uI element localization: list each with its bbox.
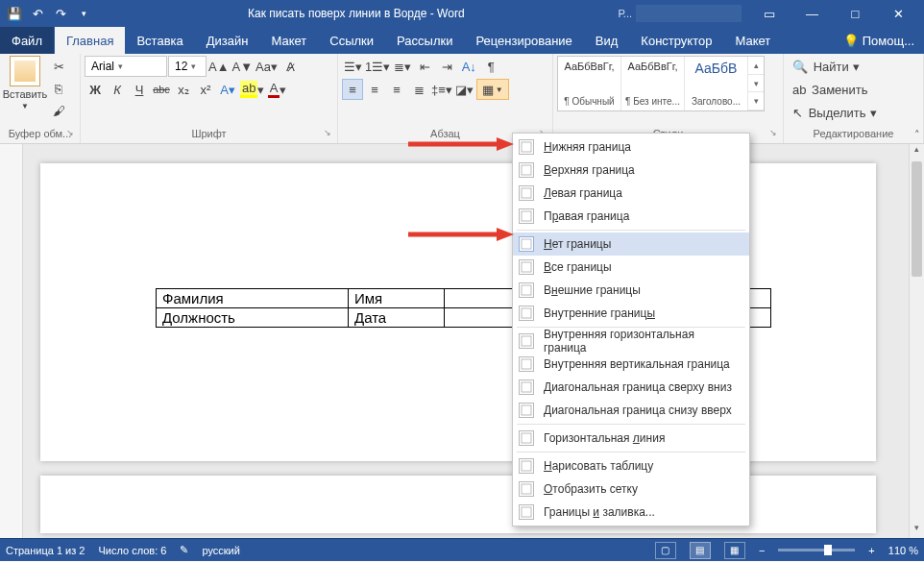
proofing-icon[interactable]: ✎ bbox=[180, 544, 188, 556]
menu-item[interactable]: Левая граница bbox=[513, 182, 749, 205]
undo-button[interactable]: ↶ bbox=[27, 3, 48, 24]
style-normal[interactable]: АаБбВвГг, ¶ Обычный bbox=[558, 57, 621, 110]
zoom-out-button[interactable]: − bbox=[759, 545, 765, 556]
menu-item[interactable]: Внутренние границы bbox=[513, 302, 749, 325]
maximize-button[interactable]: □ bbox=[834, 0, 877, 27]
status-words[interactable]: Число слов: 6 bbox=[98, 545, 166, 556]
menu-item[interactable]: Верхняя граница bbox=[513, 159, 749, 182]
style-heading1[interactable]: АаБбВ Заголово... bbox=[685, 57, 748, 110]
table-cell[interactable]: Должность bbox=[157, 308, 349, 328]
redo-button[interactable]: ↷ bbox=[50, 3, 71, 24]
paste-button[interactable]: Вставить ▼ bbox=[4, 56, 46, 110]
tab-view[interactable]: Вид bbox=[584, 27, 630, 54]
superscript-button[interactable]: x² bbox=[195, 79, 216, 100]
menu-item[interactable]: Диагональная граница снизу вверх bbox=[513, 399, 749, 422]
tab-insert[interactable]: Вставка bbox=[125, 27, 194, 54]
table-cell[interactable]: Фамилия bbox=[157, 289, 349, 308]
change-case-button[interactable]: Aa▾ bbox=[255, 56, 279, 77]
menu-item[interactable]: Внутренняя горизонтальная граница bbox=[513, 330, 749, 353]
tab-file[interactable]: Файл bbox=[0, 27, 54, 54]
bold-button[interactable]: Ж bbox=[85, 79, 106, 100]
page-2[interactable] bbox=[40, 476, 876, 533]
zoom-slider-handle[interactable] bbox=[824, 545, 832, 555]
scroll-down-button[interactable]: ▾ bbox=[910, 523, 924, 538]
collapse-ribbon-button[interactable]: ˄ bbox=[914, 129, 920, 141]
font-name-combo[interactable]: Arial▾ bbox=[85, 56, 167, 77]
zoom-slider[interactable] bbox=[778, 549, 855, 551]
scroll-thumb[interactable] bbox=[912, 161, 922, 277]
tab-table-design[interactable]: Конструктор bbox=[629, 27, 723, 54]
scroll-up-button[interactable]: ▴ bbox=[910, 144, 924, 159]
menu-item[interactable]: Отобразить сетку bbox=[513, 477, 749, 501]
align-right-button[interactable]: ≡ bbox=[386, 79, 407, 100]
qat-more-button[interactable]: ▾ bbox=[73, 3, 94, 24]
styles-gallery[interactable]: АаБбВвГг, ¶ Обычный АаБбВвГг, ¶ Без инте… bbox=[557, 56, 765, 111]
dialog-launcher-icon[interactable]: ↘ bbox=[769, 128, 777, 137]
tab-home[interactable]: Главная bbox=[55, 27, 125, 54]
menu-item[interactable]: Внешние границы bbox=[513, 279, 749, 302]
cut-button[interactable]: ✂ bbox=[48, 56, 69, 77]
show-marks-button[interactable]: ¶ bbox=[480, 56, 501, 77]
find-button[interactable]: 🔍 Найти ▾ bbox=[788, 56, 864, 77]
style-nospacing[interactable]: АаБбВвГг, ¶ Без инте... bbox=[621, 57, 685, 110]
text-effects-button[interactable]: A▾ bbox=[217, 79, 238, 100]
line-spacing-button[interactable]: ‡≡▾ bbox=[430, 79, 453, 100]
menu-item[interactable]: Горизонтальная линия bbox=[513, 427, 749, 450]
sort-button[interactable]: A↓ bbox=[458, 56, 479, 77]
styles-gallery-more[interactable]: ▴▾▾ bbox=[748, 57, 764, 110]
justify-button[interactable]: ≣ bbox=[408, 79, 429, 100]
numbering-button[interactable]: 1☰▾ bbox=[364, 56, 391, 77]
underline-button[interactable]: Ч bbox=[129, 79, 150, 100]
replace-button[interactable]: ab Заменить bbox=[788, 79, 873, 100]
multilevel-list-button[interactable]: ≣▾ bbox=[392, 56, 413, 77]
bullets-button[interactable]: ☰▾ bbox=[342, 56, 363, 77]
grow-font-button[interactable]: A▲ bbox=[207, 56, 231, 77]
tab-layout[interactable]: Макет bbox=[259, 27, 318, 54]
tab-design[interactable]: Дизайн bbox=[195, 27, 260, 54]
menu-item[interactable]: Нарисовать таблицу bbox=[513, 454, 749, 477]
strikethrough-button[interactable]: abc bbox=[151, 79, 172, 100]
ribbon-options-button[interactable]: ▭ bbox=[747, 0, 790, 27]
account-box[interactable] bbox=[636, 5, 742, 22]
tell-me[interactable]: 💡Помощ... bbox=[834, 27, 924, 54]
menu-item[interactable]: Нет границы bbox=[513, 233, 749, 256]
borders-split-button[interactable]: ▦▼ bbox=[476, 79, 509, 100]
vertical-scrollbar[interactable]: ▴ ▾ bbox=[909, 144, 924, 538]
view-print-button[interactable]: ▤ bbox=[690, 542, 711, 559]
page-1[interactable]: Фамилия Имя Должность Дата bbox=[40, 163, 876, 461]
view-web-button[interactable]: ▦ bbox=[724, 542, 745, 559]
tab-mailings[interactable]: Рассылки bbox=[385, 27, 464, 54]
font-color-button[interactable]: A▾ bbox=[266, 79, 287, 100]
align-left-button[interactable]: ≡ bbox=[342, 79, 363, 100]
table-cell[interactable]: Имя bbox=[349, 289, 445, 308]
clear-formatting-button[interactable]: A̷ bbox=[280, 56, 301, 77]
dialog-launcher-icon[interactable]: ↘ bbox=[66, 128, 74, 137]
shading-button[interactable]: ◪▾ bbox=[454, 79, 475, 100]
vertical-ruler[interactable] bbox=[0, 144, 23, 538]
menu-item[interactable]: Внутренняя вертикальная граница bbox=[513, 353, 749, 376]
status-page[interactable]: Страница 1 из 2 bbox=[6, 545, 85, 556]
menu-item[interactable]: Границы и заливка... bbox=[513, 501, 749, 524]
tab-references[interactable]: Ссылки bbox=[318, 27, 385, 54]
zoom-in-button[interactable]: + bbox=[868, 545, 874, 556]
tab-review[interactable]: Рецензирование bbox=[464, 27, 583, 54]
subscript-button[interactable]: x₂ bbox=[173, 79, 194, 100]
minimize-button[interactable]: — bbox=[790, 0, 834, 27]
shrink-font-button[interactable]: A▼ bbox=[231, 56, 255, 77]
highlight-button[interactable]: ab▾ bbox=[239, 79, 265, 100]
dialog-launcher-icon[interactable]: ↘ bbox=[324, 128, 331, 137]
font-size-combo[interactable]: 12▾ bbox=[168, 56, 207, 77]
copy-button[interactable]: ⎘ bbox=[48, 78, 69, 99]
align-center-button[interactable]: ≡ bbox=[364, 79, 385, 100]
format-painter-button[interactable]: 🖌 bbox=[48, 100, 69, 121]
italic-button[interactable]: К bbox=[107, 79, 128, 100]
menu-item[interactable]: Все границы bbox=[513, 256, 749, 279]
menu-item[interactable]: Диагональная граница сверху вниз bbox=[513, 376, 749, 399]
table-cell[interactable]: Дата bbox=[349, 308, 445, 328]
close-button[interactable]: ✕ bbox=[877, 0, 920, 27]
decrease-indent-button[interactable]: ⇤ bbox=[414, 56, 435, 77]
select-button[interactable]: ↖ Выделить ▾ bbox=[788, 102, 882, 123]
save-button[interactable]: 💾 bbox=[4, 3, 25, 24]
increase-indent-button[interactable]: ⇥ bbox=[436, 56, 457, 77]
tab-table-layout[interactable]: Макет bbox=[723, 27, 782, 54]
